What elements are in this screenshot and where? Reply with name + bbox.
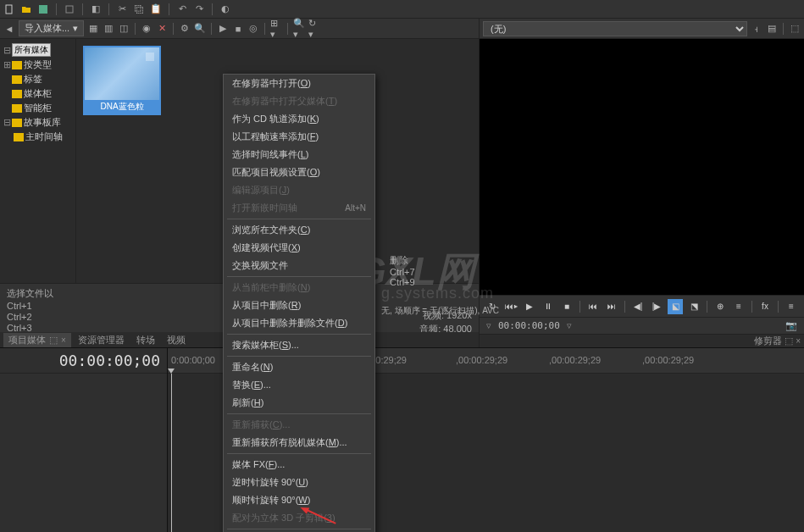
ruler-mark: ,00:00:29;29 bbox=[456, 355, 507, 365]
copy-icon[interactable]: ⿻ bbox=[133, 3, 145, 15]
close-icon[interactable]: × bbox=[796, 336, 801, 346]
ruler-mark: ,00:00:29;29 bbox=[642, 355, 694, 365]
tool-icon[interactable]: ▥ bbox=[103, 23, 114, 35]
pin-icon[interactable]: ⬚ bbox=[785, 335, 793, 346]
svg-rect-1 bbox=[39, 5, 47, 14]
import-label: 导入媒体... bbox=[25, 22, 69, 35]
cut-icon[interactable]: ✂ bbox=[116, 3, 128, 15]
menu-item[interactable]: 创建视频代理(X) bbox=[224, 239, 374, 257]
tool-icon[interactable]: ◉ bbox=[141, 23, 152, 35]
menu-item[interactable]: 刷新(H) bbox=[224, 394, 374, 412]
go-end-icon[interactable]: ⏭ bbox=[604, 299, 619, 314]
snapshot-icon[interactable]: 📷 bbox=[785, 320, 797, 331]
prev-frame-icon[interactable]: ◀| bbox=[630, 299, 646, 314]
undo-icon[interactable]: ↶ bbox=[176, 3, 188, 15]
tab-video[interactable]: 视频 bbox=[162, 333, 191, 347]
mark-in-icon[interactable]: ⬕ bbox=[668, 299, 683, 314]
tab-trimmer[interactable]: 修剪器 ⬚ × bbox=[754, 335, 801, 347]
go-start-icon[interactable]: ⏮ bbox=[585, 299, 601, 314]
view-icon[interactable]: ⊞ ▾ bbox=[270, 23, 282, 35]
tree-item[interactable]: 智能柜 bbox=[2, 101, 74, 115]
separator bbox=[707, 301, 707, 313]
menu-item[interactable]: 以工程帧速率添加(F) bbox=[224, 128, 374, 146]
folder-icon bbox=[12, 90, 22, 98]
redo-icon[interactable]: ↷ bbox=[193, 3, 205, 15]
back-icon[interactable]: ◄ bbox=[3, 23, 15, 35]
thumbnail-image bbox=[85, 47, 159, 100]
tree-item[interactable]: ⊟故事板库 bbox=[2, 115, 74, 130]
paste-icon[interactable]: 📋 bbox=[150, 3, 162, 15]
close-icon[interactable]: ✕ bbox=[156, 23, 168, 35]
play-from-start-icon[interactable]: ⏮▶ bbox=[503, 299, 518, 314]
menu-item[interactable]: 选择时间线事件(L) bbox=[224, 146, 374, 163]
preview-timecode-bar: ▿ 00:00:00;00 ▿ 📷 bbox=[480, 317, 804, 334]
tree-item[interactable]: 标签 bbox=[2, 72, 74, 86]
fx-icon[interactable]: fx bbox=[757, 299, 773, 314]
menu-item[interactable]: 作为 CD 轨道添加(K) bbox=[224, 110, 374, 128]
close-icon[interactable]: × bbox=[61, 335, 66, 345]
mark-out-icon[interactable]: ⬔ bbox=[686, 299, 701, 314]
marker-icon[interactable]: ▿ bbox=[567, 320, 572, 331]
split-icon[interactable]: ⫞ bbox=[751, 23, 762, 35]
media-thumbnail[interactable]: DNA蓝色粒 bbox=[83, 46, 161, 115]
render-icon[interactable] bbox=[64, 3, 75, 15]
info-text bbox=[419, 287, 472, 297]
more-icon[interactable]: ≡ bbox=[784, 299, 799, 314]
import-media-button[interactable]: 导入媒体... ▾ bbox=[19, 20, 84, 36]
help-icon[interactable]: ◐ bbox=[219, 3, 231, 15]
menu-separator bbox=[227, 413, 371, 414]
preview-source-select[interactable]: (无) bbox=[483, 21, 747, 36]
tool-icon[interactable]: ↻ ▾ bbox=[308, 23, 320, 35]
menu-item[interactable]: 重命名(N) bbox=[224, 358, 374, 376]
menu-item[interactable]: 重新捕获所有脱机媒体(M)... bbox=[224, 434, 374, 452]
tool-icon[interactable]: ▦ bbox=[87, 23, 99, 35]
menu-separator bbox=[227, 356, 371, 357]
tree-root[interactable]: ⊟所有媒体 bbox=[2, 42, 74, 58]
search-icon[interactable]: 🔍 bbox=[194, 23, 206, 35]
menu-item[interactable]: 从项目中删除(R) bbox=[224, 296, 374, 314]
menu-item[interactable]: 媒体 FX(F)... bbox=[224, 456, 374, 474]
menu-item[interactable]: 匹配项目视频设置(O) bbox=[224, 163, 374, 181]
menu-item[interactable]: 替换(E)... bbox=[224, 376, 374, 394]
gear-icon[interactable]: ⚙ bbox=[179, 23, 191, 35]
play-icon[interactable]: ▶ bbox=[217, 23, 229, 35]
timecode-display[interactable]: 00:00:00;00 bbox=[498, 320, 560, 331]
marker-icon[interactable]: ▿ bbox=[486, 320, 491, 331]
stop-icon[interactable]: ■ bbox=[232, 23, 244, 35]
tab-project-media[interactable]: 项目媒体 ⬚ × bbox=[3, 333, 71, 347]
external-icon[interactable]: ⬚ bbox=[789, 23, 801, 35]
tree-item[interactable]: ⊞按类型 bbox=[2, 58, 74, 72]
zoom-icon[interactable]: 🔍 ▾ bbox=[293, 23, 305, 35]
layout-icon[interactable]: ▤ bbox=[766, 23, 778, 35]
separator bbox=[212, 3, 213, 15]
tab-explorer[interactable]: 资源管理器 bbox=[73, 333, 130, 347]
tree-item[interactable]: 主时间轴 bbox=[2, 130, 74, 144]
menu-item[interactable]: 在修剪器中打开(O) bbox=[224, 75, 374, 92]
preview-tabs: 修剪器 ⬚ × bbox=[480, 334, 804, 347]
menu-item[interactable]: 交换视频文件 bbox=[224, 257, 374, 274]
menu-item[interactable]: 从项目中删除并删除文件(D) bbox=[224, 314, 374, 332]
menu-item: 重新捕获(C)... bbox=[224, 416, 374, 434]
new-icon[interactable] bbox=[3, 3, 15, 15]
play-icon[interactable]: ▶ bbox=[522, 299, 537, 314]
tab-transitions[interactable]: 转场 bbox=[131, 333, 160, 347]
menu-item[interactable]: 顺时针旋转 90°(W) bbox=[224, 491, 374, 509]
tree-item[interactable]: 媒体柜 bbox=[2, 86, 74, 101]
open-icon[interactable] bbox=[20, 3, 32, 15]
stop-icon[interactable]: ■ bbox=[559, 299, 574, 314]
menu-item[interactable]: 浏览所在文件夹(C) bbox=[224, 221, 374, 239]
pin-icon[interactable]: ⬚ bbox=[49, 335, 58, 346]
pause-icon[interactable]: ⏸ bbox=[541, 299, 556, 314]
add-icon[interactable]: ⊕ bbox=[713, 299, 728, 314]
save-icon[interactable] bbox=[37, 3, 49, 15]
tool-icon[interactable]: ◫ bbox=[118, 23, 130, 35]
list-icon[interactable]: ≡ bbox=[731, 299, 746, 314]
video-preview[interactable] bbox=[480, 39, 804, 295]
timeline-timecode[interactable]: 00:00:00;00 bbox=[0, 348, 167, 374]
tool-icon[interactable]: ◎ bbox=[247, 23, 259, 35]
menu-item[interactable]: 搜索媒体柜(S)... bbox=[224, 336, 374, 354]
properties-icon[interactable]: ◧ bbox=[90, 3, 102, 15]
next-frame-icon[interactable]: |▶ bbox=[649, 299, 664, 314]
playhead[interactable] bbox=[171, 374, 172, 532]
menu-item[interactable]: 逆时针旋转 90°(U) bbox=[224, 474, 374, 491]
